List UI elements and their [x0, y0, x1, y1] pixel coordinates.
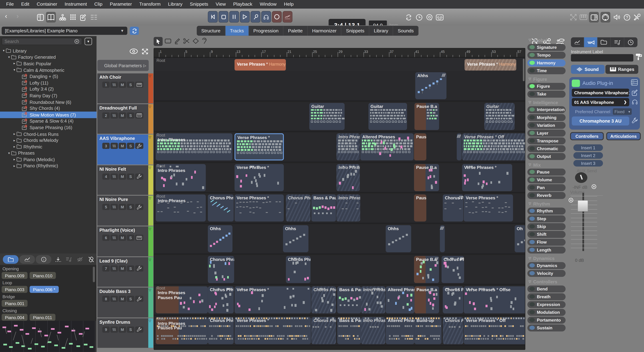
preview-headphones-icon[interactable]	[632, 99, 638, 105]
track-collapse-icon[interactable]: ▽	[148, 258, 151, 262]
clip-mini[interactable]: ///	[457, 133, 462, 161]
aux-send-knob[interactable]	[575, 172, 588, 183]
menu-item-parameter[interactable]: Parameter	[106, 0, 136, 9]
param-expression[interactable]: Expression	[528, 301, 566, 308]
track-hatch-button[interactable]: \\\	[110, 112, 118, 118]
listen-tool-icon[interactable]	[202, 38, 207, 44]
grid-view-icon[interactable]	[69, 13, 77, 21]
tree-arrow-icon[interactable]: ▸	[12, 145, 16, 149]
tree-item-factory-generated[interactable]: ▾Factory Generated	[0, 54, 96, 60]
menu-item-help[interactable]: Help	[280, 0, 298, 9]
track-ranges-piano-icon[interactable]	[135, 82, 143, 88]
record-button[interactable]	[272, 11, 282, 23]
track-number-button[interactable]: 9	[102, 326, 110, 333]
clip-pause[interactable]: Pause	[414, 194, 426, 222]
track-ni-noire-pure[interactable]: NI Noire Pure5\\\MS▽	[98, 196, 153, 225]
record-mode-icon[interactable]	[425, 13, 433, 21]
eraser-tool-icon[interactable]	[193, 38, 199, 44]
clip-chorus-phra[interactable]: Chorus Phra	[286, 256, 310, 283]
track-settings-wrench-icon[interactable]	[135, 296, 143, 302]
param-volume[interactable]: Volume	[528, 176, 566, 183]
clip-intro-phrases[interactable]: Intro Phrases	[336, 164, 360, 191]
menu-item-window[interactable]: Window	[256, 0, 280, 9]
param-layer[interactable]: Layer	[528, 130, 566, 136]
clip-verse-phrases[interactable]: Verse Phrases °	[234, 194, 284, 222]
track-collapse-icon[interactable]: ▽	[148, 289, 151, 292]
bar-ruler[interactable]: 159131721252933374145495357	[154, 48, 525, 57]
clip-pause[interactable]: Pause	[414, 133, 426, 161]
track-collapse-icon[interactable]: ▽	[148, 74, 151, 78]
menu-item-snippets[interactable]: Snippets	[186, 0, 212, 9]
param-figure[interactable]: Figure	[528, 83, 566, 90]
track-aas-vibraphone[interactable]: AAS Vibraphone3\\\MS▽	[98, 135, 153, 164]
tree-item-shy-chords-4[interactable]: Shy Chords (4)	[0, 105, 96, 111]
clip-verse-phrases-offse[interactable]: Verse Phrases ° Offse	[464, 286, 525, 314]
tree-item-phrases[interactable]: ▾Phrases	[0, 150, 96, 156]
tree-item-sparse-phrasing-16[interactable]: Sparse Phrasing (16)	[0, 124, 96, 131]
tab-library[interactable]: Library	[369, 26, 393, 36]
track-lead-9-clav[interactable]: Lead 9 (Clav)7\\\MS▽	[98, 257, 153, 287]
clip-chorus-phra[interactable]: Chorus Phra///	[443, 194, 463, 222]
param-reverb[interactable]: Reverb	[528, 192, 566, 199]
tree-arrow-icon[interactable]: ▸	[12, 164, 16, 168]
nav-back-button[interactable]: ‹	[5, 12, 7, 20]
tree-arrow-icon[interactable]: ▾	[7, 151, 11, 155]
param-signature[interactable]: Signature	[528, 44, 566, 51]
param-section-controllers[interactable]: ▽Controllers	[528, 278, 568, 286]
aux-reset-icon[interactable]	[592, 184, 596, 189]
clip-ahhs[interactable]: Ahhs///	[415, 72, 446, 99]
param-variation[interactable]: Variation	[528, 122, 566, 129]
expand-tracks-icon[interactable]	[142, 48, 148, 55]
param-velocity[interactable]: Velocity	[528, 270, 566, 277]
insert-3-button[interactable]: Insert 3	[573, 160, 603, 167]
param-skip[interactable]: Skip	[528, 223, 566, 230]
clip-ohhs[interactable]: Ohhs	[386, 225, 411, 252]
clip-verse-phrases[interactable]: Verse Phrases °	[464, 194, 513, 222]
tree-item-piano-melodic[interactable]: ▸Piano (Melodic)	[0, 156, 96, 163]
tree-item-rhythmic[interactable]: ▸Rhythmic	[0, 144, 96, 150]
clip-build-up[interactable]: Build-up	[414, 317, 442, 344]
menu-item-transform[interactable]: Transform	[136, 0, 164, 9]
track-solo-button[interactable]: S	[127, 112, 134, 118]
track-number-button[interactable]: 5	[102, 204, 110, 210]
tree-item-lofty-11[interactable]: Lofty (11)	[0, 80, 96, 86]
param-sustain[interactable]: Sustain	[528, 324, 566, 331]
controllers-button[interactable]: Controllers	[570, 132, 604, 140]
skip-to-start-button[interactable]	[208, 11, 218, 23]
phrase-chip-piano-001[interactable]: Piano.001	[2, 300, 28, 307]
tags-scrollbar[interactable]	[93, 267, 95, 282]
track-solo-button[interactable]: S	[127, 326, 134, 333]
clip-pause-b-a[interactable]: Pause B.a///	[414, 256, 439, 283]
track-settings-wrench-icon[interactable]	[135, 265, 143, 271]
fullscreen-icon[interactable]	[569, 13, 578, 21]
clip-guitar[interactable]: Guitar	[368, 103, 407, 130]
menu-item-library[interactable]: Library	[164, 0, 186, 9]
track-collapse-icon[interactable]: ▽	[148, 319, 151, 323]
track-synfire-drums[interactable]: Synfire Drums9\\\MS▽	[98, 318, 153, 348]
tab-progression[interactable]: Progression	[249, 26, 284, 36]
phrase-chip-piano-009[interactable]: Piano.009	[2, 272, 28, 279]
param-step[interactable]: Step	[528, 215, 566, 222]
track-hatch-button[interactable]: \\\	[110, 82, 118, 88]
param-length[interactable]: Length	[528, 247, 566, 253]
track-ranges-piano-icon[interactable]	[135, 112, 143, 118]
track-collapse-icon[interactable]: ▽	[148, 105, 151, 109]
track-collapse-icon[interactable]: ▽	[148, 227, 151, 231]
track-mute-button[interactable]: M	[119, 296, 126, 302]
clip-verse-phrases[interactable]: Verse Phrases °	[234, 286, 311, 314]
track-settings-wrench-icon[interactable]	[135, 143, 143, 149]
clip-verse-phrases[interactable]: Verse Phrases °	[234, 317, 311, 344]
tree-arrow-icon[interactable]: ▸	[12, 62, 16, 65]
phrase-chip-piano-003[interactable]: Piano.003	[2, 286, 28, 293]
clip-intro-phrases[interactable]: Intro Phrases	[361, 286, 385, 314]
tab-sounds[interactable]: Sounds	[393, 26, 419, 36]
param-bend[interactable]: Bend	[528, 286, 566, 292]
preset-dropdown[interactable]: 01 AAS Vibraphone❯︎	[572, 98, 629, 106]
track-solo-button[interactable]: S	[127, 265, 134, 271]
clip-chorus-phra[interactable]: Chorus Phra///	[442, 256, 464, 283]
browse-folders-button[interactable]	[3, 255, 18, 264]
tree-arrow-icon[interactable]: ▸	[12, 158, 16, 161]
pause-button[interactable]	[229, 11, 239, 23]
track-mute-button[interactable]: M	[119, 173, 126, 179]
track-hatch-button[interactable]: \\\	[110, 235, 118, 241]
